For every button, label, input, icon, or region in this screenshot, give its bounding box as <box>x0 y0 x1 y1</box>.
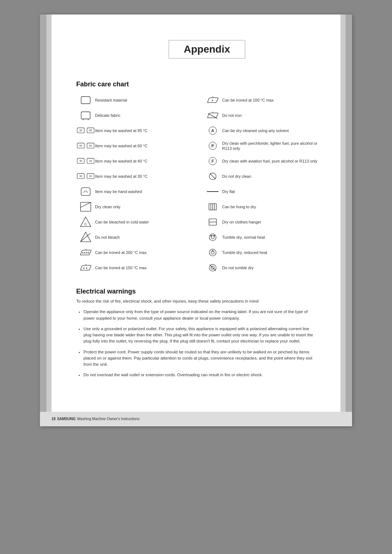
chart-row: Do not dry clean <box>203 170 323 182</box>
svg-point-17 <box>84 253 85 253</box>
wash-40-icon: 40 40 <box>76 156 95 166</box>
no-tumble-label: Do not tumble dry <box>222 265 323 270</box>
tumble-normal-icon <box>203 233 222 242</box>
tumble-reduced-label: Tumble dry, reduced heat <box>222 250 323 255</box>
delicate-fabric-label: Delicate fabric <box>95 113 196 118</box>
bleach-cold-label: Can be bleached in cold water <box>95 219 196 225</box>
hand-wash-icon <box>76 186 95 197</box>
chart-row: 60 60 Item may be washed at 60 °C <box>76 140 196 152</box>
svg-line-29 <box>210 173 215 179</box>
svg-line-15 <box>81 233 90 241</box>
chart-row: 30 30 Item may be washed at 30 °C <box>76 170 196 182</box>
svg-text:60: 60 <box>79 144 82 147</box>
circle-f: F <box>209 157 217 165</box>
left-bar-inner <box>46 15 52 426</box>
svg-point-24 <box>212 100 213 101</box>
hand-wash-label: Item may be hand washed <box>95 189 196 194</box>
dry-flat-icon <box>203 189 222 194</box>
chart-row: Can be ironed at 100 °C max <box>203 94 323 106</box>
no-iron-icon <box>203 110 222 121</box>
bleach-cold-icon: C <box>76 216 95 228</box>
iron-200-label: Can be ironed at 200 °C max <box>95 250 196 255</box>
hung-dry-icon <box>203 202 222 211</box>
chart-row: Can be hung to dry <box>203 201 323 213</box>
iron-100-icon <box>203 94 222 106</box>
chart-row: Do not bleach <box>76 231 196 243</box>
iron-100-label: Can be ironed at 100 °C max <box>222 98 323 103</box>
wash-30-icon: 30 30 <box>76 172 95 181</box>
circle-p: P <box>209 142 217 150</box>
chart-row: Can be ironed at 150 °C max <box>76 262 196 274</box>
chart-row: 95 95 Item may be washed at 95 °C <box>76 124 196 137</box>
no-iron-label: Do not iron <box>222 113 323 118</box>
chart-row: C Can be bleached in cold water <box>76 216 196 228</box>
iron-200-icon <box>76 247 95 258</box>
iron-150-label: Can be ironed at 150 °C max <box>95 265 196 270</box>
chart-row: Dry on clothes hanger <box>203 216 323 228</box>
chart-row: A Can be dry cleaned using any solvent <box>203 124 323 137</box>
dry-clean-any-label: Can be dry cleaned using any solvent <box>222 128 323 133</box>
hung-dry-label: Can be hung to dry <box>222 204 323 209</box>
chart-row: Tumble dry, reduced heat <box>203 246 323 259</box>
chart-row: Dry clean only <box>76 201 196 213</box>
svg-point-22 <box>86 268 87 268</box>
title-box: Appendix <box>168 40 245 59</box>
chart-row: Do not iron <box>203 109 323 122</box>
chart-row: Dry flat <box>203 185 323 198</box>
wash-95-label: Item may be washed at 95 °C <box>95 128 196 133</box>
svg-text:C: C <box>84 222 87 226</box>
wash-60-icon: 60 60 <box>76 141 95 151</box>
fabric-chart: Resistant material Delicate fabric <box>76 94 323 277</box>
right-bar-inner <box>340 15 346 426</box>
chart-row: Item may be hand washed <box>76 185 196 198</box>
chart-right-col: Can be ironed at 100 °C max Do not iron … <box>203 94 323 277</box>
dry-clean-only-icon <box>76 201 95 213</box>
chart-row: P Dry clean with perchloride, lighter fu… <box>203 140 323 152</box>
svg-point-41 <box>209 249 216 256</box>
no-bleach-label: Do not bleach <box>95 235 196 240</box>
tumble-reduced-icon <box>203 248 222 257</box>
bullet-1: Operate the appliance only from the type… <box>83 309 316 321</box>
chart-row: Do not tumble dry <box>203 262 323 274</box>
right-bar <box>346 15 352 426</box>
bullet-3: Protect the power cord. Power supply cor… <box>83 349 316 368</box>
svg-text:40: 40 <box>79 160 82 162</box>
bullet-2: Use only a grounded or polarized outlet.… <box>83 326 316 345</box>
no-dry-clean-icon <box>203 172 222 181</box>
electrical-title: Electrical warnings <box>76 288 316 295</box>
svg-point-37 <box>209 234 216 241</box>
svg-text:30: 30 <box>79 175 82 177</box>
page-title: Appendix <box>184 44 230 55</box>
dry-clean-p-label: Dry clean with perchloride, lighter fuel… <box>222 141 323 151</box>
wash-60-label: Item may be washed at 60 °C <box>95 143 196 148</box>
electrical-bullets: Operate the appliance only from the type… <box>83 309 316 378</box>
chart-row: Delicate fabric <box>76 109 196 122</box>
dry-flat-label: Dry flat <box>222 189 323 194</box>
fabric-care-title: Fabric care chart <box>76 81 323 88</box>
electrical-section: Electrical warnings To reduce the risk o… <box>76 288 316 378</box>
chart-row: F Dry clean with aviation fuel, pure alc… <box>203 155 323 167</box>
wash-95-icon: 95 95 <box>76 126 95 135</box>
footer-bar: 18SAMSUNGWashing Machine Owner's Instruc… <box>40 412 352 426</box>
svg-text:95: 95 <box>79 129 82 132</box>
svg-text:95: 95 <box>89 129 92 132</box>
wash-40-label: Item may be washed at 40 °C <box>95 159 196 164</box>
iron-150-icon <box>76 262 95 274</box>
svg-point-40 <box>214 235 215 236</box>
svg-text:30: 30 <box>89 175 92 177</box>
hanger-dry-icon <box>203 218 222 226</box>
svg-point-39 <box>211 235 212 236</box>
no-bleach-icon <box>76 231 95 243</box>
circle-a: A <box>209 127 217 135</box>
bullet-4: Do not overload the wall outlet or exten… <box>83 372 316 378</box>
chart-row: Can be ironed at 200 °C max <box>76 246 196 259</box>
resistant-material-icon <box>76 94 95 106</box>
resistant-material-label: Resistant material <box>95 98 196 103</box>
dry-clean-p-icon: P <box>203 142 222 150</box>
page: Appendix Fabric care chart Resistant mat… <box>40 15 352 426</box>
wash-30-label: Item may be washed at 30 °C <box>95 174 196 179</box>
svg-point-16 <box>82 253 83 253</box>
dry-clean-only-label: Dry clean only <box>95 204 196 209</box>
no-dry-clean-label: Do not dry clean <box>222 174 323 179</box>
no-tumble-icon <box>203 263 222 272</box>
